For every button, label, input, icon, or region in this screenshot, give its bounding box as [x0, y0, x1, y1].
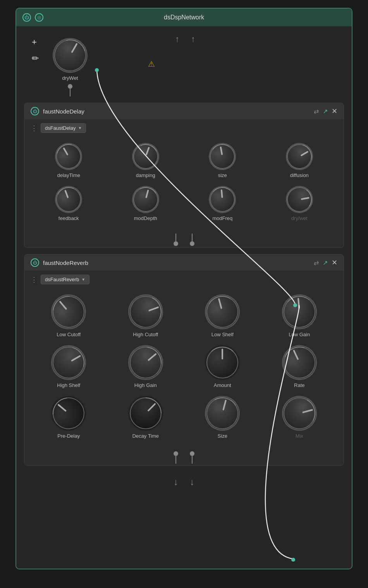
- warning-icon: ⚠: [148, 59, 155, 69]
- reverb-knob-amount: Amount: [186, 345, 259, 388]
- delay-label-delaytime: delayTime: [57, 172, 80, 178]
- delay-knob-diffusion: diffusion: [263, 143, 336, 178]
- delay-close-button[interactable]: ✕: [332, 107, 337, 115]
- delay-dots-menu[interactable]: ⋮: [31, 124, 38, 132]
- edit-button[interactable]: ✏: [32, 54, 39, 63]
- delay-label-size: size: [218, 172, 227, 178]
- reverb-export-icon[interactable]: ↗: [323, 259, 328, 266]
- reverb-header-right: ⇄ ↗ ✕: [314, 258, 337, 267]
- delay-knob-damping-control[interactable]: [128, 139, 163, 174]
- reverb-label-predelay: Pre-Delay: [57, 433, 80, 439]
- delay-knob-modfreq: modFreq: [186, 186, 259, 221]
- reverb-knob-lowcutoff: Low Cutoff: [32, 294, 105, 337]
- reverb-knob-predelay-control[interactable]: [44, 389, 93, 438]
- delay-knob-delaytime-control[interactable]: [50, 138, 87, 175]
- top-section: + ✏ dryWet ⚠ ↑ ↑: [24, 34, 344, 96]
- reverb-label-highgain: High Gain: [134, 382, 157, 388]
- reverb-label-decaytime: Decay Time: [132, 433, 159, 439]
- reverb-knob-lowshelf: Low Shelf: [186, 294, 259, 337]
- delay-knob-drywet-control[interactable]: [284, 184, 315, 215]
- main-content: + ✏ dryWet ⚠ ↑ ↑: [16, 26, 352, 569]
- delay-module-header: ⏻ faustNodeDelay ⇄ ↗ ✕: [24, 103, 344, 119]
- reverb-knob-decaytime-control[interactable]: [121, 389, 170, 438]
- delay-knob-feedback-control[interactable]: [51, 182, 86, 217]
- title-bar-controls: ⏻ ◎: [22, 13, 43, 22]
- delay-dropdown-row: ⋮ dsFaustDelay ▼: [24, 119, 344, 137]
- delay-knob-diffusion-control[interactable]: [281, 138, 318, 175]
- app-window: ⏻ ◎ dsDspNetwork + ✏: [15, 8, 353, 569]
- delay-knob-drywet: dry/wet: [263, 186, 336, 221]
- reverb-label-mix: Mix: [296, 433, 303, 439]
- reverb-label-rate: Rate: [294, 382, 304, 388]
- svg-point-2: [291, 558, 295, 562]
- delay-knob-size-control[interactable]: [207, 141, 238, 172]
- reverb-dots-menu[interactable]: ⋮: [31, 275, 38, 284]
- reverb-knob-size: Size: [186, 396, 259, 439]
- reverb-power-button[interactable]: ⏻: [31, 258, 39, 267]
- add-button[interactable]: +: [32, 38, 39, 46]
- reverb-label-amount: Amount: [214, 382, 231, 388]
- up-arrows: ↑ ↑: [175, 34, 195, 44]
- reverb-label-size: Size: [218, 433, 227, 439]
- reverb-knob-lowshelf-control[interactable]: [201, 291, 244, 333]
- side-buttons: + ✏: [32, 38, 39, 63]
- reverb-label-highcutoff: High Cutoff: [133, 332, 158, 337]
- reverb-knob-highgain: High Gain: [109, 345, 182, 388]
- reverb-module-header: ⏻ faustNodeReverb ⇄ ↗ ✕: [24, 254, 344, 271]
- delay-label-drywet: dry/wet: [291, 215, 308, 221]
- reverb-close-button[interactable]: ✕: [332, 258, 337, 267]
- delay-knob-feedback: feedback: [32, 186, 105, 221]
- reverb-knob-lowgain-control[interactable]: [280, 293, 318, 331]
- reverb-dropdown-row: ⋮ dsFaustReverb ▼: [24, 271, 344, 288]
- delay-dropdown[interactable]: dsFaustDelay ▼: [41, 123, 86, 133]
- reverb-knob-highgain-control[interactable]: [121, 338, 170, 387]
- power-icon[interactable]: ⏻: [22, 13, 31, 22]
- reverb-knob-amount-control[interactable]: [205, 345, 240, 380]
- delay-bottom-connectors: [24, 230, 344, 248]
- delay-power-button[interactable]: ⏻: [31, 107, 39, 115]
- reverb-knobs-grid: Low Cutoff High Cutoff Low Shelf Low Gai…: [24, 288, 344, 448]
- reverb-shuffle-icon[interactable]: ⇄: [314, 259, 319, 266]
- delay-export-icon[interactable]: ↗: [323, 108, 328, 115]
- delay-knob-moddepth: modDepth: [109, 186, 182, 221]
- reload-icon[interactable]: ◎: [35, 13, 43, 22]
- reverb-knob-size-control[interactable]: [201, 392, 244, 435]
- bottom-arrows: ↓ ↓: [24, 472, 344, 492]
- delay-label-feedback: feedback: [58, 215, 79, 221]
- delay-knob-size: size: [186, 143, 259, 178]
- reverb-header-left: ⏻ faustNodeReverb: [31, 258, 88, 267]
- delay-dropdown-arrow: ▼: [78, 126, 82, 130]
- reverb-knob-mix-control[interactable]: [278, 392, 321, 435]
- reverb-label-lowgain: Low Gain: [289, 332, 310, 337]
- delay-module-title: faustNodeDelay: [43, 108, 84, 115]
- delay-knob-damping: damping: [109, 143, 182, 178]
- delay-label-damping: damping: [136, 172, 155, 178]
- reverb-dropdown-label: dsFaustReverb: [45, 277, 79, 282]
- delay-dropdown-label: dsFaustDelay: [45, 125, 76, 131]
- delay-knob-delaytime: delayTime: [32, 143, 105, 178]
- delay-label-modfreq: modFreq: [212, 215, 232, 221]
- reverb-module: ⏻ faustNodeReverb ⇄ ↗ ✕ ⋮ dsFaustReverb …: [24, 254, 344, 466]
- delay-shuffle-icon[interactable]: ⇄: [314, 108, 319, 115]
- reverb-label-lowshelf: Low Shelf: [212, 332, 234, 337]
- reverb-knob-highcutoff-control[interactable]: [123, 289, 168, 334]
- delay-module: ⏻ faustNodeDelay ⇄ ↗ ✕ ⋮ dsFaustDelay ▼: [24, 103, 344, 248]
- reverb-knob-lowgain: Low Gain: [263, 294, 336, 337]
- reverb-knob-rate-control[interactable]: [276, 339, 323, 386]
- reverb-module-title: faustNodeReverb: [43, 260, 88, 266]
- reverb-knob-mix: Mix: [263, 396, 336, 439]
- delay-header-right: ⇄ ↗ ✕: [314, 107, 337, 115]
- drywet-output-pin: [68, 84, 72, 89]
- drywet-knob[interactable]: [46, 32, 94, 79]
- arrow-down-left: ↓: [174, 476, 178, 487]
- drywet-wire-v: [70, 89, 71, 96]
- delay-knob-modfreq-control[interactable]: [208, 185, 237, 214]
- reverb-dropdown[interactable]: dsFaustReverb ▼: [41, 275, 89, 284]
- reverb-dropdown-arrow: ▼: [81, 277, 85, 282]
- reverb-knob-highshelf-control[interactable]: [45, 339, 93, 387]
- reverb-label-highshelf: High Shelf: [57, 382, 80, 388]
- reverb-knob-lowcutoff-control[interactable]: [44, 287, 93, 337]
- delay-knob-moddepth-control[interactable]: [129, 183, 162, 216]
- reverb-label-lowcutoff: Low Cutoff: [57, 332, 81, 337]
- drywet-knob-container: dryWet: [53, 38, 88, 81]
